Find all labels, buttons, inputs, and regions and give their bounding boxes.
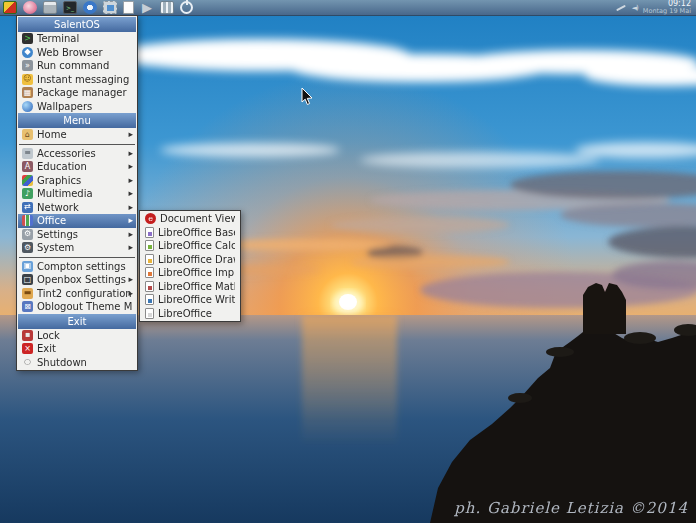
menu-item-run-command[interactable]: » Run command <box>18 59 136 73</box>
libreoffice-base-icon <box>145 227 154 238</box>
menu-item-label: Network <box>37 202 79 213</box>
submenu-item-libreoffice-writer[interactable]: LibreOffice Writer <box>141 293 239 307</box>
menu-item-settings[interactable]: ⚙ Settings <box>18 228 136 242</box>
menu-item-shutdown[interactable]: ○ Shutdown <box>18 356 136 370</box>
tint2-icon: ▬ <box>22 288 33 299</box>
menu-item-instant-messaging[interactable]: ☺ Instant messaging <box>18 73 136 87</box>
menu-item-label: Settings <box>37 229 78 240</box>
openbox-menu: SalentOS > Terminal ◆ Web Browser » Run … <box>16 15 138 371</box>
submenu-item-label: LibreOffice Math <box>158 281 235 292</box>
power-icon[interactable] <box>180 1 193 14</box>
openbox-icon: □ <box>22 274 33 285</box>
submenu-item-libreoffice-base[interactable]: LibreOffice Base <box>141 226 239 240</box>
menu-item-label: Openbox Settings <box>37 274 126 285</box>
menu-item-label: Graphics <box>37 175 81 186</box>
submenu-item-label: LibreOffice Calc <box>158 240 235 251</box>
menu-item-label: Package manager <box>37 87 127 98</box>
menu-item-label: Compton settings <box>37 261 126 272</box>
doc-color-tag <box>148 272 152 276</box>
file-manager-icon[interactable] <box>43 1 57 14</box>
menu-header-menu: Menu <box>18 113 136 128</box>
submenu-item-label: LibreOffice Writer <box>158 294 235 305</box>
menu-item-home[interactable]: ⌂ Home <box>18 128 136 142</box>
submenu-item-document-viewer[interactable]: e Document Viewer <box>141 212 239 226</box>
doc-color-tag <box>148 245 152 249</box>
submenu-item-libreoffice-impress[interactable]: LibreOffice Impress <box>141 266 239 280</box>
sun-core <box>339 294 357 310</box>
office-icon <box>22 215 33 226</box>
submenu-item-label: LibreOffice Draw <box>158 254 235 265</box>
menu-item-label: Run command <box>37 60 109 71</box>
menu-item-compton-settings[interactable]: ▣ Compton settings <box>18 260 136 274</box>
evince-icon: e <box>145 213 156 224</box>
menu-item-accessories[interactable]: ≡ Accessories <box>18 147 136 161</box>
menu-item-office[interactable]: Office <box>18 214 136 228</box>
menu-item-label: Oblogout Theme Manager <box>37 301 132 312</box>
clock-date: Montag 19 Mai <box>643 8 691 15</box>
photo-credit-watermark: ph. Gabriele Letizia ©2014 <box>454 499 688 517</box>
terminal-icon: > <box>22 33 33 44</box>
media-player-icon[interactable] <box>140 1 154 14</box>
oblogout-icon: ⊠ <box>22 301 33 312</box>
menu-item-package-manager[interactable]: ▦ Package manager <box>18 86 136 100</box>
menu-item-label: Education <box>37 161 87 172</box>
menu-item-system[interactable]: ⚙ System <box>18 241 136 255</box>
menu-item-label: Wallpapers <box>37 101 92 112</box>
menu-item-tint2-configuration[interactable]: ▬ Tint2 configuration <box>18 287 136 301</box>
compass-icon: ◆ <box>22 47 33 58</box>
menu-item-exit[interactable]: × Exit <box>18 342 136 356</box>
doc-color-tag <box>148 232 152 236</box>
submenu-item-label: LibreOffice Impress <box>158 267 235 278</box>
terminal-icon[interactable] <box>63 1 77 14</box>
menu-item-openbox-settings[interactable]: □ Openbox Settings <box>18 273 136 287</box>
system-tray: 09:12 Montag 19 Mai <box>615 0 693 15</box>
submenu-item-libreoffice-draw[interactable]: LibreOffice Draw <box>141 253 239 267</box>
menu-item-label: Terminal <box>37 33 79 44</box>
system-gear-icon: ⚙ <box>22 242 33 253</box>
submenu-item-libreoffice-calc[interactable]: LibreOffice Calc <box>141 239 239 253</box>
compton-icon: ▣ <box>22 261 33 272</box>
menu-header-salentos: SalentOS <box>18 17 136 32</box>
menu-item-label: Multimedia <box>37 188 93 199</box>
menu-item-wallpapers[interactable]: Wallpapers <box>18 100 136 114</box>
menu-item-label: Web Browser <box>37 47 103 58</box>
web-browser-icon[interactable] <box>83 1 97 14</box>
pen-tray-icon[interactable] <box>615 3 627 13</box>
volume-tray-icon[interactable] <box>632 4 638 12</box>
submenu-item-label: LibreOffice Base <box>158 227 235 238</box>
desktop: 09:12 Montag 19 Mai SalentOS > Terminal … <box>0 0 696 523</box>
doc-color-tag <box>148 286 152 290</box>
text-editor-icon[interactable] <box>123 1 134 14</box>
menu-item-web-browser[interactable]: ◆ Web Browser <box>18 46 136 60</box>
menu-item-education[interactable]: A Education <box>18 160 136 174</box>
libreoffice-draw-icon <box>145 254 154 265</box>
accessories-icon: ≡ <box>22 148 33 159</box>
menu-item-label: Shutdown <box>37 357 87 368</box>
submenu-item-libreoffice[interactable]: LibreOffice <box>141 307 239 321</box>
menu-item-label: Instant messaging <box>37 74 129 85</box>
submenu-item-libreoffice-math[interactable]: LibreOffice Math <box>141 280 239 294</box>
audio-mixer-icon[interactable] <box>160 1 174 14</box>
menu-item-label: Exit <box>37 343 56 354</box>
rose-app-icon[interactable] <box>23 1 37 14</box>
settings-gear-icon: ⚙ <box>22 229 33 240</box>
clock[interactable]: 09:12 Montag 19 Mai <box>643 0 691 15</box>
menu-item-label: Accessories <box>37 148 96 159</box>
package-icon: ▦ <box>22 87 33 98</box>
menu-item-lock[interactable]: ▪ Lock <box>18 329 136 343</box>
salentos-menu-icon[interactable] <box>3 1 17 14</box>
libreoffice-icon <box>145 308 154 319</box>
menu-item-network[interactable]: ⇄ Network <box>18 201 136 215</box>
globe-icon <box>22 101 33 112</box>
sun-reflection <box>302 315 397 445</box>
taskbar: 09:12 Montag 19 Mai <box>0 0 696 16</box>
menu-item-terminal[interactable]: > Terminal <box>18 32 136 46</box>
libreoffice-math-icon <box>145 281 154 292</box>
menu-item-oblogout-theme-manager[interactable]: ⊠ Oblogout Theme Manager <box>18 300 136 314</box>
menu-separator <box>19 257 135 258</box>
menu-separator <box>19 144 135 145</box>
mouse-cursor <box>301 87 314 106</box>
menu-item-multimedia[interactable]: ♪ Multimedia <box>18 187 136 201</box>
menu-item-graphics[interactable]: Graphics <box>18 174 136 188</box>
image-viewer-icon[interactable] <box>103 1 117 14</box>
